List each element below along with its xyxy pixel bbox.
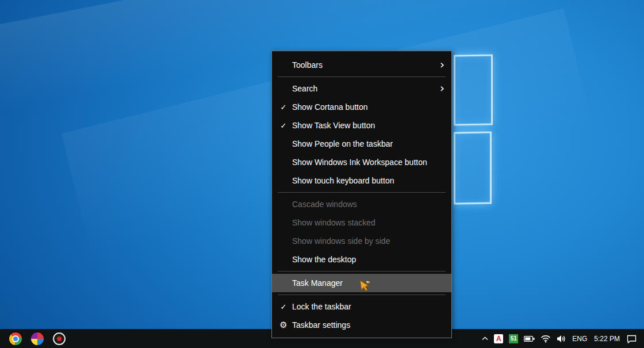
- battery-percentage-badge[interactable]: 51: [509, 334, 518, 343]
- menu-item-show-windows-stacked: Show windows stacked: [272, 213, 451, 232]
- menu-item-label: Toolbars: [292, 60, 323, 70]
- network-wifi-icon[interactable]: [540, 332, 551, 345]
- menu-separator: [278, 271, 446, 271]
- checkmark-icon: ✓: [278, 103, 289, 112]
- clock[interactable]: 5:22 PM: [593, 332, 620, 345]
- menu-item-cascade-windows: Cascade windows: [272, 195, 451, 213]
- battery-icon[interactable]: [524, 332, 535, 345]
- menu-item-show-windows-side-by-side: Show windows side by side: [272, 232, 451, 250]
- menu-item-taskbar-settings[interactable]: ⚙ Taskbar settings: [272, 316, 451, 334]
- pinned-app-icon-art: [31, 332, 44, 345]
- light-beam: [0, 0, 532, 116]
- menu-item-label: Show windows stacked: [292, 218, 375, 227]
- menu-separator: [278, 77, 446, 77]
- action-center-icon[interactable]: [626, 332, 637, 345]
- system-tray: A 51 ENG 5:22 PM: [482, 332, 644, 345]
- menu-item-show-windows-ink-workspace-button[interactable]: Show Windows Ink Workspace button: [272, 153, 451, 171]
- menu-item-label: Show Cortana button: [292, 102, 368, 112]
- menu-item-lock-the-taskbar[interactable]: ✓ Lock the taskbar: [272, 297, 451, 316]
- volume-icon[interactable]: [557, 332, 566, 345]
- menu-item-show-cortana-button[interactable]: ✓ Show Cortana button: [272, 98, 451, 116]
- chevron-right-icon: ›: [440, 82, 444, 94]
- menu-item-label: Cascade windows: [292, 200, 357, 209]
- screen-recorder-icon[interactable]: [53, 332, 66, 345]
- checkmark-icon: ✓: [278, 303, 289, 311]
- windows-logo-pane: [454, 54, 493, 125]
- checkmark-icon: ✓: [278, 121, 289, 130]
- menu-item-label: Task Manager: [292, 278, 343, 288]
- menu-item-label: Lock the taskbar: [292, 302, 351, 311]
- menu-item-label: Show People on the taskbar: [292, 139, 393, 148]
- menu-separator: [278, 192, 446, 193]
- chrome-icon-art: [9, 332, 22, 345]
- menu-item-label: Show the desktop: [292, 255, 356, 264]
- chevron-right-icon: ›: [440, 59, 444, 70]
- menu-item-search[interactable]: Search ›: [272, 79, 451, 98]
- windows-logo-pane: [454, 131, 492, 204]
- chrome-icon[interactable]: [9, 332, 22, 345]
- menu-item-show-the-desktop[interactable]: Show the desktop: [272, 250, 451, 269]
- adobe-acrobat-tray-icon[interactable]: A: [494, 334, 503, 343]
- pinned-app-icon[interactable]: [31, 332, 44, 345]
- menu-item-label: Show windows side by side: [292, 236, 390, 246]
- gear-icon: ⚙: [278, 320, 289, 330]
- show-hidden-icons-chevron[interactable]: [482, 332, 488, 345]
- menu-item-show-touch-keyboard-button[interactable]: Show touch keyboard button: [272, 171, 451, 190]
- menu-item-label: Show Task View button: [292, 121, 375, 130]
- menu-item-show-task-view-button[interactable]: ✓ Show Task View button: [272, 116, 451, 135]
- screen-recorder-icon-art: [53, 332, 66, 345]
- menu-item-toolbars[interactable]: Toolbars ›: [272, 56, 451, 74]
- menu-item-label: Search: [292, 84, 317, 93]
- pinned-apps: [0, 332, 66, 345]
- menu-item-label: Taskbar settings: [292, 320, 350, 330]
- menu-item-label: Show Windows Ink Workspace button: [292, 158, 427, 167]
- menu-item-show-people-on-taskbar[interactable]: Show People on the taskbar: [272, 135, 451, 153]
- menu-item-label: Show touch keyboard button: [292, 176, 394, 185]
- language-indicator[interactable]: ENG: [572, 332, 588, 345]
- mouse-cursor: [359, 278, 374, 297]
